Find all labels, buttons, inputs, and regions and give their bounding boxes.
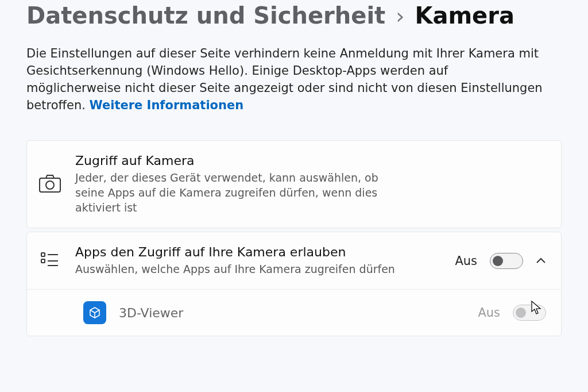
app-access-toggle-label: Aus: [455, 254, 477, 268]
svg-rect-2: [41, 253, 45, 256]
app-toggle-label: Aus: [478, 306, 500, 320]
chevron-up-icon[interactable]: [536, 256, 546, 266]
camera-access-card[interactable]: Zugriff auf Kamera Jeder, der dieses Ger…: [26, 140, 562, 228]
app-toggle-3d-viewer[interactable]: [513, 305, 546, 321]
breadcrumb: Datenschutz und Sicherheit › Kamera: [26, 0, 562, 45]
svg-point-1: [46, 181, 54, 189]
more-info-link[interactable]: Weitere Informationen: [90, 98, 244, 112]
camera-icon: [38, 174, 61, 195]
app-row-3d-viewer: 3D-Viewer Aus: [27, 289, 561, 336]
app-access-toggle[interactable]: [490, 253, 523, 269]
intro-text: Die Einstellungen auf dieser Seite verhi…: [26, 45, 546, 114]
svg-rect-4: [41, 259, 45, 263]
app-access-header[interactable]: Apps den Zugriff auf Ihre Kamera erlaube…: [27, 232, 561, 289]
camera-access-desc: Jeder, der dieses Gerät verwendet, kann …: [75, 170, 397, 215]
app-access-desc: Auswählen, welche Apps auf Ihre Kamera z…: [75, 262, 395, 276]
camera-access-title: Zugriff auf Kamera: [75, 153, 397, 168]
breadcrumb-separator: ›: [396, 3, 404, 29]
page-title: Kamera: [415, 2, 514, 29]
svg-rect-0: [40, 178, 60, 192]
app-icon-3d-viewer: [83, 301, 106, 324]
breadcrumb-parent-link[interactable]: Datenschutz und Sicherheit: [26, 2, 385, 29]
list-icon: [41, 251, 59, 271]
app-access-card: Apps den Zugriff auf Ihre Kamera erlaube…: [26, 232, 562, 336]
app-access-title: Apps den Zugriff auf Ihre Kamera erlaube…: [75, 245, 395, 259]
app-name: 3D-Viewer: [119, 306, 465, 320]
